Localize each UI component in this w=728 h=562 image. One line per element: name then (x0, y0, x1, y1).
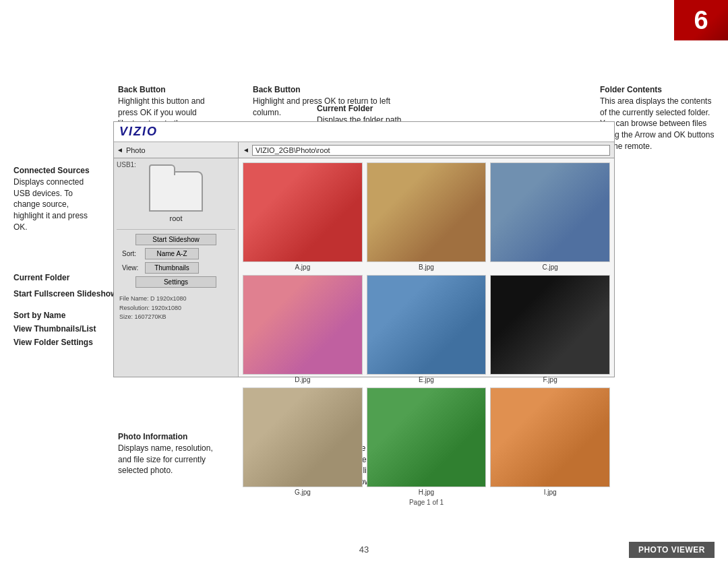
left-sidebar: USB1: root Start Slideshow Sort: Name A-… (114, 158, 239, 377)
right-content: A.jpgB.jpgC.jpgD.jpgE.jpgF.jpgG.jpgH.jpg… (239, 158, 614, 377)
view-thumbnails-text: View Thumbnails/List (13, 324, 96, 334)
photo-cell[interactable]: A.jpg (243, 162, 363, 271)
photo-name: I.jpg (544, 489, 557, 496)
divider-1 (117, 229, 235, 230)
folder-contents-body: This area displays the contents of the c… (600, 96, 714, 151)
folder-contents-title: Folder Contents (600, 85, 662, 94)
sort-value-button[interactable]: Name A-Z (145, 248, 199, 259)
file-info: File Name: D 1920x1080 Resolution: 1920x… (117, 294, 187, 322)
photo-name: C.jpg (542, 263, 557, 271)
view-folder-settings-label: View Folder Settings (13, 337, 93, 348)
current-folder-title: Current Folder (317, 104, 373, 113)
usb-label: USB1: (117, 161, 136, 168)
photo-thumbnail[interactable] (490, 162, 610, 262)
start-slideshow-button[interactable]: Start Slideshow (135, 234, 216, 245)
view-label: View: (122, 264, 142, 272)
photo-thumbnail[interactable] (367, 162, 487, 262)
path-box: VIZIO_2GB\Photo\root (252, 145, 610, 156)
current-folder-side-text: Current Folder (13, 273, 69, 282)
sort-by-name-label: Sort by Name (13, 310, 65, 321)
nav-right: ◄ VIZIO_2GB\Photo\root (239, 142, 614, 158)
page-number: 6 (694, 6, 708, 35)
file-info-line1: File Name: D 1920x1080 (119, 295, 187, 302)
back-button-right-title: Back Button (253, 85, 301, 94)
nav-back-icon-right[interactable]: ◄ (243, 146, 249, 154)
connected-sources-annotation: Connected Sources Displays connected USB… (13, 165, 94, 233)
page-bottom-number: 43 (359, 544, 369, 555)
start-slideshow-text: Start Fullscreen Slideshow (13, 289, 117, 299)
sort-by-name-text: Sort by Name (13, 311, 65, 320)
folder-label: root (170, 214, 183, 222)
photo-thumbnail[interactable] (243, 162, 363, 262)
photo-thumbnail[interactable] (490, 275, 610, 375)
vizio-logo: VIZIO (119, 125, 158, 139)
nav-left: ◄ Photo (114, 142, 239, 158)
sort-label: Sort: (122, 250, 142, 257)
photo-thumbnail[interactable] (243, 387, 363, 487)
nav-back-icon-left[interactable]: ◄ (117, 146, 123, 154)
view-thumbnails-label: View Thumbnails/List (13, 323, 96, 335)
panel-body: USB1: root Start Slideshow Sort: Name A-… (114, 158, 614, 377)
nav-bar: ◄ Photo ◄ VIZIO_2GB\Photo\root (114, 142, 614, 158)
photo-name: F.jpg (543, 376, 557, 383)
photo-viewer-badge: PHOTO VIEWER (629, 542, 715, 558)
view-value-button[interactable]: Thumbnails (145, 262, 199, 274)
folder-icon (149, 171, 203, 212)
connected-sources-title: Connected Sources (13, 166, 90, 175)
back-button-left-title: Back Button (118, 85, 166, 94)
photo-name: E.jpg (419, 376, 434, 383)
photo-info-annotation: Photo Information Displays name, resolut… (118, 431, 222, 476)
photo-cell[interactable]: H.jpg (367, 387, 487, 496)
sort-row: Sort: Name A-Z (117, 248, 235, 259)
photo-thumbnail[interactable] (367, 275, 487, 375)
view-row: View: Thumbnails (117, 262, 235, 274)
view-folder-settings-text: View Folder Settings (13, 338, 93, 347)
photo-thumbnail[interactable] (367, 387, 487, 487)
photo-name: H.jpg (419, 489, 434, 496)
vizio-header: VIZIO (114, 122, 614, 142)
photo-cell[interactable]: I.jpg (490, 387, 610, 496)
start-slideshow-label: Start Fullscreen Slideshow (13, 288, 117, 300)
file-info-line3: Size: 1607270KB (119, 313, 166, 320)
folder-contents-annotation: Folder Contents This area displays the c… (600, 84, 715, 152)
current-folder-side-label: Current Folder (13, 272, 69, 284)
photo-thumbnail[interactable] (490, 387, 610, 487)
bottom-bar: 43 PHOTO VIEWER (0, 536, 728, 562)
nav-left-label: Photo (126, 146, 146, 154)
photo-cell[interactable]: D.jpg (243, 275, 363, 383)
photo-name: D.jpg (295, 376, 310, 383)
page-info-text: Page 1 of 1 (243, 499, 610, 506)
file-info-line2: Resolution: 1920x1080 (119, 305, 181, 311)
photo-name: B.jpg (419, 263, 434, 271)
photo-cell[interactable]: G.jpg (243, 387, 363, 496)
photo-cell[interactable]: B.jpg (367, 162, 487, 271)
photo-name: A.jpg (295, 263, 310, 271)
page-badge: 6 (674, 0, 728, 40)
photo-thumbnail[interactable] (243, 275, 363, 375)
settings-button[interactable]: Settings (135, 276, 216, 288)
photo-cell[interactable]: E.jpg (367, 275, 487, 383)
photo-grid: A.jpgB.jpgC.jpgD.jpgE.jpgF.jpgG.jpgH.jpg… (243, 162, 610, 496)
ui-panel: VIZIO ◄ Photo ◄ VIZIO_2GB\Photo\root USB… (113, 121, 615, 377)
photo-info-body: Displays name, resolution, and file size… (118, 443, 213, 476)
photo-name: G.jpg (295, 489, 311, 496)
photo-cell[interactable]: F.jpg (490, 275, 610, 383)
main-content: Connected Sources Displays connected USB… (13, 47, 715, 532)
connected-sources-body: Displays connected USB devices. To chang… (13, 177, 88, 232)
photo-cell[interactable]: C.jpg (490, 162, 610, 271)
photo-info-title: Photo Information (118, 432, 187, 441)
